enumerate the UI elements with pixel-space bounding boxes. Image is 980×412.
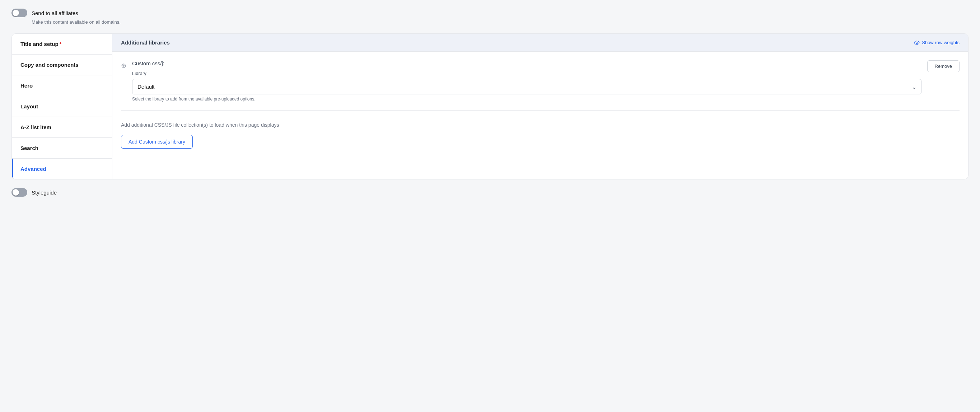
panel-header: Additional libraries Show row weights [112, 34, 968, 52]
sidebar-item-az-list-item[interactable]: A-Z list item [12, 117, 112, 138]
library-item-name: Custom css/j: [132, 60, 921, 67]
sidebar: Title and setup* Copy and components Her… [12, 34, 112, 179]
add-library-button[interactable]: Add Custom css/js library [121, 135, 193, 149]
sidebar-item-search[interactable]: Search [12, 138, 112, 159]
panel-header-title: Additional libraries [121, 40, 170, 46]
sidebar-item-hero[interactable]: Hero [12, 75, 112, 96]
main-content-panel: Title and setup* Copy and components Her… [11, 33, 969, 180]
drag-handle-icon[interactable]: ⊕ [121, 62, 126, 70]
library-select-wrapper: Default ⌄ [132, 79, 921, 94]
sidebar-item-title-and-setup[interactable]: Title and setup* [12, 34, 112, 54]
sidebar-item-copy-and-components[interactable]: Copy and components [12, 54, 112, 75]
sidebar-item-layout[interactable]: Layout [12, 96, 112, 117]
library-field-label: Library [132, 71, 921, 76]
library-row: ⊕ Custom css/j: Library Default ⌄ Select… [121, 60, 959, 111]
add-library-description: Add additional CSS/JS file collection(s)… [121, 122, 959, 128]
sidebar-item-advanced[interactable]: Advanced [12, 159, 112, 179]
send-to-affiliates-description: Make this content available on all domai… [32, 19, 969, 25]
eye-icon [914, 40, 920, 46]
add-library-section: Add additional CSS/JS file collection(s)… [121, 119, 959, 149]
send-to-affiliates-toggle[interactable] [11, 9, 27, 17]
svg-point-0 [916, 41, 918, 43]
library-select[interactable]: Default [132, 79, 921, 94]
show-row-weights-button[interactable]: Show row weights [914, 40, 959, 46]
required-star: * [60, 41, 62, 47]
panel: Additional libraries Show row weights ⊕ … [112, 34, 968, 179]
styleguide-section: Styleguide [11, 188, 969, 197]
panel-body: ⊕ Custom css/j: Library Default ⌄ Select… [112, 52, 968, 157]
show-row-weights-label: Show row weights [922, 40, 959, 45]
styleguide-label: Styleguide [32, 189, 57, 196]
styleguide-toggle[interactable] [11, 188, 27, 197]
send-to-affiliates-label: Send to all affiliates [32, 10, 78, 16]
remove-button[interactable]: Remove [927, 60, 959, 72]
library-item-content: Custom css/j: Library Default ⌄ Select t… [132, 60, 921, 102]
library-help-text: Select the library to add from the avail… [132, 97, 921, 102]
send-to-affiliates-section: Send to all affiliates Make this content… [11, 9, 969, 25]
